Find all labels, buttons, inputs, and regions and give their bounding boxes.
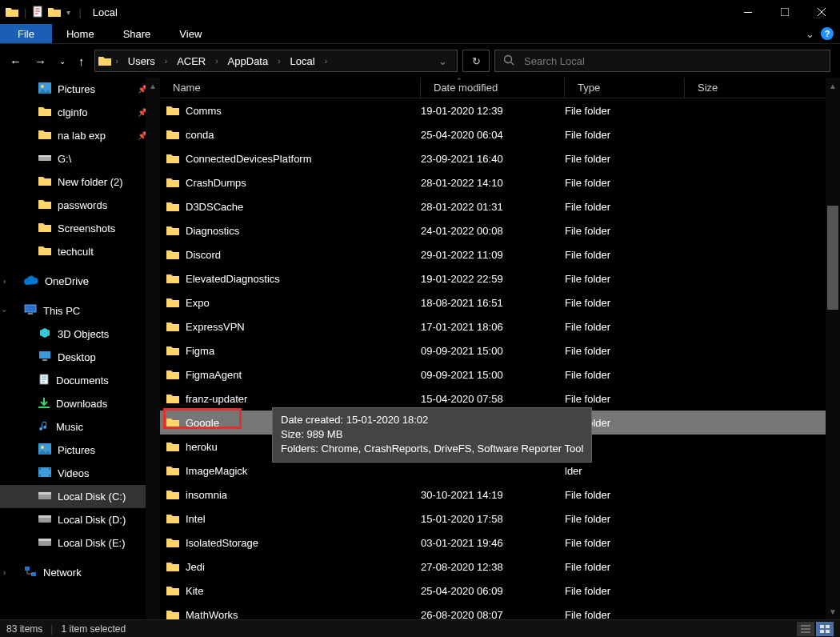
file-row[interactable]: Expo18-08-2021 16:51File folder [160,290,840,314]
chevron-icon[interactable]: › [114,57,120,66]
sidebar-label: passwords [58,199,107,211]
sidebar-pc-item[interactable]: Music [0,415,160,439]
file-row[interactable]: ConnectedDevicesPlatform23-09-2021 16:40… [160,146,840,170]
file-row[interactable]: insomnia30-10-2021 14:19File folder [160,483,840,507]
chevron-icon[interactable]: › [214,57,219,66]
qat-dropdown-icon[interactable]: ▾ [63,8,74,17]
file-type: File folder [565,201,685,213]
documents-icon [38,374,50,387]
scroll-up-icon[interactable]: ▲ [149,79,157,92]
caret-down-icon[interactable]: › [0,310,9,312]
sidebar-label: Local Disk (C:) [58,491,126,503]
sidebar-scrollbar[interactable]: ▲ [146,78,160,619]
file-scrollbar[interactable]: ▲ ▼ [826,78,840,619]
file-row[interactable]: IsolatedStorage03-01-2021 19:46File fold… [160,531,840,555]
downloads-icon [38,397,50,411]
forward-button[interactable]: → [34,54,46,68]
chevron-icon[interactable]: › [276,57,282,66]
file-date: 28-01-2022 01:31 [421,201,565,213]
crumb-acer[interactable]: ACER [170,54,212,69]
column-type[interactable]: Type [565,78,685,98]
sidebar-quick-item[interactable]: Screenshots [0,217,160,240]
sidebar-quick-item[interactable]: G:\ [0,147,160,170]
desktop-icon [38,351,51,364]
scrollbar-thumb[interactable] [827,206,838,310]
file-list[interactable]: Name ⌃ Date modified Type Size Comms19-0… [160,78,840,619]
column-size[interactable]: Size [685,78,840,98]
sidebar-label: Downloads [56,398,107,410]
file-row[interactable]: ExpressVPN17-01-2021 18:06File folder [160,314,840,339]
ribbon-collapse-icon[interactable]: ⌄ [806,28,814,40]
sidebar-pc-item[interactable]: Local Disk (C:) [0,485,160,508]
sidebar-pc-item[interactable]: Downloads [0,392,160,415]
sidebar-network[interactable]: › Network [0,561,160,584]
crumb-local[interactable]: Local [284,54,322,69]
refresh-button[interactable]: ↻ [462,50,490,72]
sidebar-pc-item[interactable]: Videos [0,462,160,485]
file-row[interactable]: D3DSCache28-01-2022 01:31File folder [160,194,840,218]
folder-icon [160,441,186,452]
svg-rect-24 [38,515,51,518]
chevron-icon[interactable]: › [163,57,169,66]
file-type: File folder [565,249,685,261]
navigation-pane[interactable]: Pictures📌clginfo📌na lab exp📌G:\New folde… [0,78,160,619]
close-button[interactable] [803,0,840,24]
up-button[interactable]: ↑ [78,54,85,68]
tab-view[interactable]: View [165,24,216,43]
file-row[interactable]: Kite25-04-2020 06:09File folder [160,579,840,603]
folder-icon [160,105,186,116]
address-dropdown-icon[interactable]: ⌄ [432,55,454,67]
file-row[interactable]: FigmaAgent09-09-2021 15:00File folder [160,363,840,387]
crumb-appdata[interactable]: AppData [222,54,275,69]
qat-properties-icon[interactable] [31,5,46,19]
sidebar-pc-item[interactable]: Local Disk (E:) [0,531,160,555]
file-row[interactable]: Figma09-09-2021 15:00File folder [160,339,840,363]
scroll-down-icon[interactable]: ▼ [829,605,837,618]
file-row[interactable]: MathWorks26-08-2020 08:07File folder [160,603,840,619]
sidebar-pc-item[interactable]: Documents [0,369,160,392]
column-name[interactable]: Name [160,78,421,98]
sidebar-onedrive[interactable]: › OneDrive [0,270,160,293]
qat-newfolder-icon[interactable] [47,5,62,19]
file-row[interactable]: ElevatedDiagnostics19-01-2022 22:59File … [160,266,840,290]
help-icon[interactable]: ? [821,27,834,40]
minimize-button[interactable] [730,0,766,24]
sidebar-quick-item[interactable]: clginfo📌 [0,101,160,124]
scroll-up-icon[interactable]: ▲ [829,79,837,92]
address-bar[interactable]: › Users › ACER › AppData › Local › ⌄ [94,50,458,72]
file-row[interactable]: Intel15-01-2020 17:58File folder [160,507,840,531]
sidebar-quick-item[interactable]: na lab exp📌 [0,124,160,147]
sidebar-thispc[interactable]: › This PC [0,299,160,323]
tab-share[interactable]: Share [109,24,166,43]
sidebar-quick-item[interactable]: passwords [0,194,160,217]
recent-dropdown-icon[interactable]: ⌄ [59,57,66,66]
chevron-icon[interactable]: › [323,57,329,66]
view-large-button[interactable] [816,622,834,636]
sidebar-pc-item[interactable]: Local Disk (D:) [0,508,160,531]
crumb-users[interactable]: Users [122,54,162,69]
file-row[interactable]: Comms19-01-2020 12:39File folder [160,98,840,122]
search-input[interactable]: Search Local [494,50,830,72]
view-details-button[interactable] [797,622,814,636]
column-headers[interactable]: Name ⌃ Date modified Type Size [160,78,840,98]
caret-icon[interactable]: › [3,277,6,286]
file-row[interactable]: Discord29-01-2022 11:09File folder [160,242,840,266]
sidebar-quick-item[interactable]: New folder (2) [0,170,160,194]
svg-rect-27 [25,567,30,571]
file-row[interactable]: Diagnostics24-01-2022 00:08File folder [160,218,840,242]
tab-home[interactable]: Home [52,24,109,43]
sidebar-quick-item[interactable]: Pictures📌 [0,78,160,101]
file-row[interactable]: CrashDumps28-01-2022 14:10File folder [160,170,840,194]
column-date[interactable]: Date modified [421,78,565,98]
file-row[interactable]: Jedi27-08-2020 12:38File folder [160,555,840,579]
caret-icon[interactable]: › [3,568,6,577]
file-row[interactable]: conda25-04-2020 06:04File folder [160,122,840,146]
sidebar-pc-item[interactable]: Desktop [0,346,160,369]
svg-rect-9 [28,313,33,314]
maximize-button[interactable] [766,0,803,24]
back-button[interactable]: ← [10,54,22,68]
sidebar-pc-item[interactable]: 3D Objects [0,323,160,346]
sidebar-pc-item[interactable]: Pictures [0,439,160,462]
file-tab[interactable]: File [0,24,52,43]
sidebar-quick-item[interactable]: techcult [0,240,160,263]
